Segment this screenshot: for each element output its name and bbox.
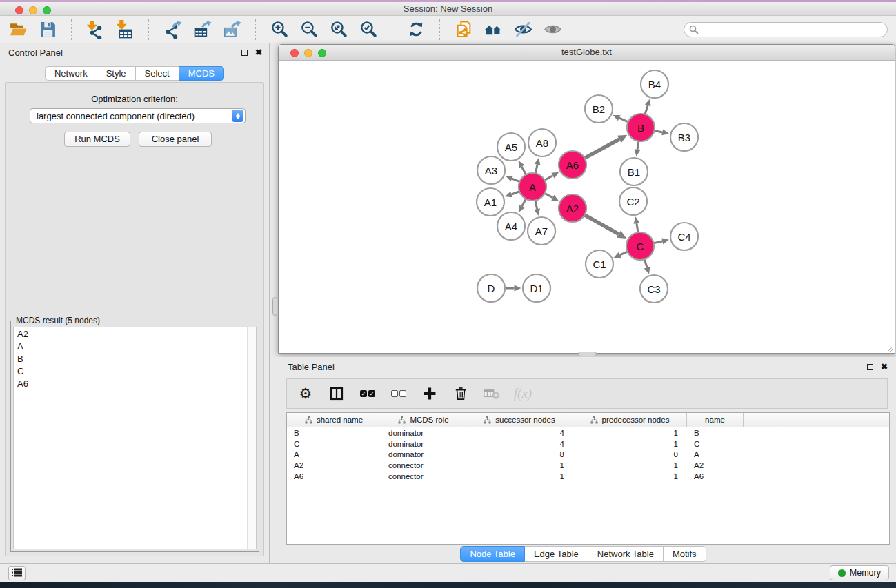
column-header-successor-nodes[interactable]: successor nodes: [466, 413, 573, 427]
refresh-icon[interactable]: [406, 19, 426, 39]
graph-node-A6[interactable]: A6: [559, 151, 586, 179]
tab-style[interactable]: Style: [97, 66, 136, 81]
network-close-traffic-light[interactable]: [290, 49, 299, 57]
graph-node-A[interactable]: A: [519, 173, 546, 201]
tab-edge-table[interactable]: Edge Table: [525, 546, 588, 562]
select-all-rows-icon[interactable]: ✓✓: [359, 385, 377, 403]
graph-node-C4[interactable]: C4: [670, 223, 698, 250]
svg-text:A3: A3: [485, 165, 497, 176]
export-image-icon[interactable]: [222, 19, 242, 39]
graph-node-A3[interactable]: A3: [477, 156, 505, 184]
column-header-name[interactable]: name: [687, 413, 744, 427]
graph-node-C3[interactable]: C3: [640, 275, 668, 303]
mcds-result-item[interactable]: A6: [14, 377, 256, 389]
graph-node-B2[interactable]: B2: [585, 95, 613, 123]
network-minimize-traffic-light[interactable]: [304, 49, 312, 57]
column-header-predecessor-nodes[interactable]: predecessor nodes: [573, 413, 687, 427]
minimize-traffic-light[interactable]: [29, 6, 37, 14]
clone-network-icon[interactable]: [454, 19, 474, 39]
zoom-out-icon[interactable]: [299, 19, 319, 39]
svg-text:C2: C2: [626, 196, 639, 207]
mcds-result-item[interactable]: B: [14, 352, 256, 365]
task-history-button[interactable]: [8, 566, 26, 580]
mcds-result-item[interactable]: A: [14, 340, 256, 352]
graph-node-A4[interactable]: A4: [497, 212, 525, 240]
network-canvas[interactable]: B4B2BB3A8A5A6A3B1AC2A1A2A4A7C4CC1DD1C3: [279, 61, 895, 353]
float-panel-icon[interactable]: [241, 50, 248, 56]
show-all-icon[interactable]: [543, 19, 563, 39]
tab-mcds[interactable]: MCDS: [179, 66, 224, 81]
memory-button[interactable]: Memory: [830, 565, 889, 580]
svg-text:A7: A7: [535, 225, 548, 237]
resize-grip-icon[interactable]: [885, 343, 894, 352]
toggle-columns-icon[interactable]: [328, 385, 346, 403]
graph-node-C1[interactable]: C1: [586, 250, 613, 278]
network-window-title: testGlobe.txt: [279, 45, 895, 60]
tab-motifs[interactable]: Motifs: [664, 546, 706, 562]
import-table-icon[interactable]: [115, 19, 135, 39]
tab-node-table[interactable]: Node Table: [460, 546, 525, 562]
run-mcds-button[interactable]: Run MCDS: [64, 132, 130, 147]
column-header-mcds-role[interactable]: MCDS role: [381, 413, 466, 427]
zoom-in-icon[interactable]: [270, 19, 290, 39]
close-traffic-light[interactable]: [15, 6, 23, 14]
graph-node-B3[interactable]: B3: [670, 123, 698, 151]
hide-selected-icon[interactable]: [513, 19, 533, 39]
export-table-icon[interactable]: [192, 19, 212, 39]
table-row[interactable]: A2connector11A2: [287, 460, 889, 471]
table-row[interactable]: Bdominator41B: [287, 427, 889, 438]
tab-network[interactable]: Network: [45, 66, 97, 81]
graph-node-A8[interactable]: A8: [528, 129, 556, 156]
graph-node-B[interactable]: B: [627, 114, 655, 141]
zoom-traffic-light[interactable]: [43, 6, 51, 14]
graph-node-D[interactable]: D: [477, 274, 505, 302]
zoom-fit-icon[interactable]: [329, 19, 349, 39]
delete-column-icon[interactable]: [452, 385, 470, 403]
close-panel-button[interactable]: Close panel: [139, 132, 212, 147]
network-window-titlebar[interactable]: testGlobe.txt: [279, 45, 895, 61]
table-row[interactable]: Cdominator41C: [287, 438, 889, 449]
mcds-result-item[interactable]: A2: [14, 327, 256, 340]
column-header-shared-name[interactable]: shared name: [287, 413, 381, 427]
toolbar-divider: [439, 19, 441, 40]
graph-edge-A2-C[interactable]: [583, 214, 627, 239]
graph-node-A7[interactable]: A7: [528, 217, 555, 245]
vertical-splitter-handle[interactable]: [272, 297, 277, 316]
graph-node-B1[interactable]: B1: [620, 158, 648, 185]
export-network-icon[interactable]: [163, 19, 183, 39]
graph-node-A2[interactable]: A2: [559, 194, 586, 222]
zoom-selected-icon[interactable]: [359, 19, 379, 39]
graph-node-B4[interactable]: B4: [641, 70, 668, 98]
network-zoom-traffic-light[interactable]: [318, 49, 326, 57]
search-input[interactable]: [684, 22, 888, 37]
control-panel-title: Control Panel: [8, 48, 63, 58]
scrollbar-track[interactable]: [247, 327, 256, 549]
tab-network-table[interactable]: Network Table: [588, 546, 664, 562]
deselect-all-rows-icon[interactable]: ✓✓: [390, 385, 408, 403]
optimization-criterion-select[interactable]: largest connected component (directed): [30, 108, 246, 123]
graph-node-A1[interactable]: A1: [477, 188, 504, 216]
table-settings-icon[interactable]: ⚙: [297, 385, 315, 403]
open-session-icon[interactable]: [8, 19, 28, 39]
import-network-icon[interactable]: [86, 19, 106, 39]
tab-select[interactable]: Select: [136, 66, 179, 81]
first-neighbors-icon[interactable]: [484, 19, 504, 39]
horizontal-splitter-handle[interactable]: [578, 352, 597, 356]
mcds-result-list[interactable]: A2ABCA6: [13, 327, 257, 549]
close-table-panel-icon[interactable]: ✖: [881, 363, 888, 370]
graph-node-C2[interactable]: C2: [619, 187, 647, 215]
table-cell: B: [687, 429, 744, 437]
graph-node-D1[interactable]: D1: [523, 274, 550, 302]
table-cell: connector: [381, 472, 466, 480]
float-table-panel-icon[interactable]: [867, 364, 873, 370]
add-column-icon[interactable]: [421, 385, 439, 403]
close-panel-icon[interactable]: ✖: [255, 49, 262, 56]
save-session-icon[interactable]: [38, 19, 58, 39]
mcds-result-item[interactable]: C: [14, 365, 256, 377]
table-row[interactable]: Adominator80A: [287, 449, 889, 460]
graph-node-C[interactable]: C: [626, 232, 654, 260]
svg-text:A5: A5: [505, 141, 517, 153]
graph-edge-A6-B[interactable]: [583, 135, 627, 159]
graph-node-A5[interactable]: A5: [497, 133, 525, 161]
table-row[interactable]: A6connector11A6: [287, 471, 889, 482]
